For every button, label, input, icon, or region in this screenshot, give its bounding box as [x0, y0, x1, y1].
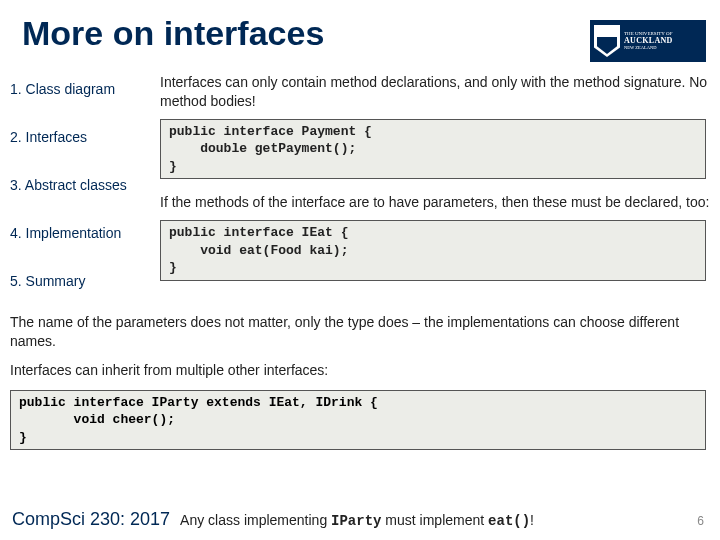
footer-note: Any class implementing IParty must imple…	[180, 512, 534, 529]
shield-icon	[594, 25, 620, 57]
outline-item-1: 1. Class diagram	[0, 73, 160, 121]
outline-item-5: 5. Summary	[0, 265, 160, 313]
code-block-iparty: public interface IParty extends IEat, ID…	[10, 390, 706, 451]
outline-item-4: 4. Implementation	[0, 217, 160, 265]
outline-item-2: 2. Interfaces	[0, 121, 160, 169]
outline-item-3: 3. Abstract classes	[0, 169, 160, 217]
course-code: CompSci 230: 2017	[12, 509, 170, 530]
main-content: Interfaces can only contain method decla…	[160, 67, 720, 313]
code-block-payment: public interface Payment { double getPay…	[160, 119, 706, 180]
university-logo: THE UNIVERSITY OF AUCKLAND NEW ZEALAND	[590, 20, 706, 62]
paragraph-3: The name of the parameters does not matt…	[0, 313, 720, 351]
code-block-ieat: public interface IEat { void eat(Food ka…	[160, 220, 706, 281]
page-number: 6	[697, 514, 704, 528]
paragraph-2: If the methods of the interface are to h…	[160, 193, 720, 212]
paragraph-4: Interfaces can inherit from multiple oth…	[0, 361, 720, 380]
outline-sidebar: 1. Class diagram 2. Interfaces 3. Abstra…	[0, 67, 160, 313]
logo-text: THE UNIVERSITY OF AUCKLAND NEW ZEALAND	[624, 31, 673, 50]
footer: CompSci 230: 2017 Any class implementing…	[12, 509, 720, 530]
paragraph-1: Interfaces can only contain method decla…	[160, 73, 720, 111]
